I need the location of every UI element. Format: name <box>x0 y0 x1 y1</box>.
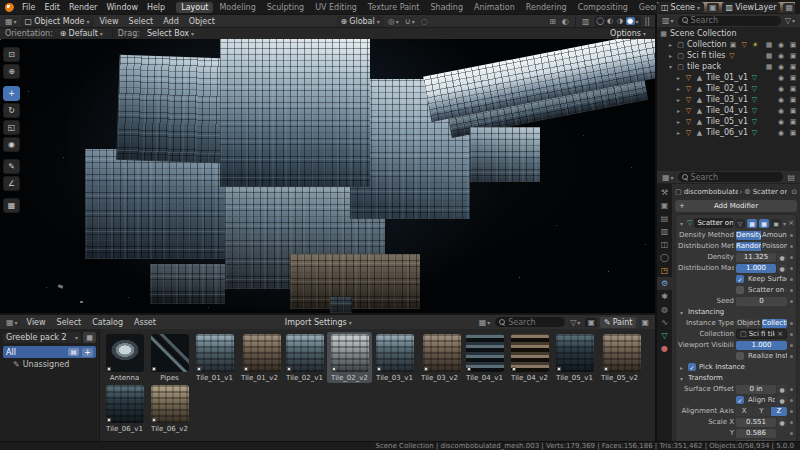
menu-window[interactable]: Window <box>102 3 142 12</box>
gizmos-button[interactable]: ⊞ <box>547 17 558 26</box>
menu-catalog[interactable]: Catalog <box>88 318 127 327</box>
tab-output[interactable]: ▤ <box>657 212 672 225</box>
distribution-mask-slider[interactable]: 1.000 <box>736 264 776 273</box>
view-layer-selector[interactable]: ▥ ViewLayer <box>722 2 781 13</box>
scale-y-field[interactable]: 0.586 <box>736 429 776 438</box>
catalog-all[interactable]: All ▤ + <box>3 346 96 358</box>
seed-field[interactable]: 0 <box>736 297 787 306</box>
tab-texture-paint[interactable]: Texture Paint <box>363 2 425 13</box>
menu-select[interactable]: Select <box>125 17 158 26</box>
scale-z-field[interactable]: 0.800 <box>736 440 776 442</box>
pause-button[interactable]: || <box>643 17 652 26</box>
add-catalog-button[interactable]: + <box>82 348 93 357</box>
asset-item[interactable]: Antenna <box>102 332 147 383</box>
animate-dot[interactable] <box>789 289 794 292</box>
animate-dot[interactable] <box>789 278 794 281</box>
outliner-display-mode-button[interactable]: ▥▾ <box>660 16 676 25</box>
expand-icon[interactable]: ▸ <box>667 41 674 48</box>
outliner-row-sci-fi-tiles[interactable]: ▸ ▢ Sci fi tiles ▽ ▦ ◉ ▣ <box>659 50 798 61</box>
scene-selector[interactable]: ◫ Scene ▾ <box>657 2 704 13</box>
outliner-row-tile[interactable]: ▸ ▽ ▲ Tile_05_v1 ▽ ◉ ▣ <box>659 116 798 127</box>
render-visibility-icon[interactable]: ▣ <box>788 118 798 126</box>
surface-offset-field[interactable]: 0 in <box>736 385 776 394</box>
options-dropdown[interactable]: Options ▾ <box>606 28 650 39</box>
asset-item[interactable]: Tile_06_v2 <box>147 383 192 434</box>
animate-dot[interactable] <box>789 245 794 248</box>
close-icon[interactable]: × <box>777 330 783 338</box>
asset-thumbnail[interactable] <box>423 334 461 372</box>
overlays-button[interactable]: ◐ <box>560 17 571 26</box>
chevron-down-icon[interactable]: ▾ <box>783 220 786 227</box>
exclude-checkbox[interactable]: ▦ <box>764 41 774 49</box>
render-visibility-icon[interactable]: ▣ <box>788 63 798 71</box>
cursor-tool[interactable]: ⊕ <box>3 64 20 79</box>
expand-icon[interactable]: ▸ <box>678 364 685 371</box>
hide-eye-icon[interactable]: ◉ <box>776 107 786 115</box>
pick-instance-section-header[interactable]: ▸ ✓ Pick Instance <box>678 362 794 372</box>
library-dropdown[interactable]: Greeble pack 2 ▾ <box>3 332 81 343</box>
animate-dot[interactable] <box>789 410 794 413</box>
density-slider[interactable]: 11.325 <box>736 253 776 262</box>
shading-material-button[interactable]: ◑ <box>616 17 625 25</box>
properties-search-input[interactable] <box>691 173 780 182</box>
filter-button[interactable]: ▽▾ <box>568 318 582 327</box>
tab-shading[interactable]: Shading <box>425 2 468 13</box>
render-visibility-icon[interactable]: ▣ <box>788 52 798 60</box>
shading-rendered-button[interactable]: ● <box>626 17 635 25</box>
hide-eye-icon[interactable]: ◉ <box>776 41 786 49</box>
exclude-checkbox[interactable]: ▦ <box>764 52 774 60</box>
expand-icon[interactable]: ▸ <box>675 107 682 114</box>
xray-button[interactable]: ▥ <box>580 17 592 26</box>
keyframe-icon[interactable]: ● <box>777 396 787 405</box>
collection-field[interactable]: ▢ Sci fi tiles × <box>736 329 787 339</box>
animate-dot[interactable] <box>789 267 794 270</box>
collapse-icon[interactable]: ▾ <box>678 220 685 227</box>
asset-item[interactable]: Tile_05_v1 <box>552 332 597 383</box>
asset-thumbnail[interactable] <box>243 334 281 372</box>
expand-icon[interactable]: ▸ <box>675 85 682 92</box>
asset-search[interactable] <box>495 317 565 327</box>
properties-search[interactable] <box>678 172 784 182</box>
hide-eye-icon[interactable]: ◉ <box>776 85 786 93</box>
menu-select[interactable]: Select <box>53 318 86 327</box>
tab-world[interactable]: ◯ <box>657 251 672 264</box>
outliner-row-collection[interactable]: ▸ ▢ Collection ▣ ▽ ☀ ▦ ◉ ▣ <box>659 39 798 50</box>
close-icon[interactable]: × <box>788 219 794 227</box>
asset-item[interactable]: Tile_05_v2 <box>597 332 642 383</box>
tab-constraints[interactable]: ∿ <box>657 316 672 329</box>
outliner-row-tile[interactable]: ▸ ▽ ▲ Tile_04_v1 ▽ ◉ ▣ <box>659 105 798 116</box>
animate-dot[interactable] <box>789 421 794 424</box>
select-box-tool[interactable]: ⊡ <box>3 47 20 62</box>
properties-options-button[interactable]: ▤ <box>785 173 797 182</box>
asset-thumbnail[interactable] <box>151 385 189 423</box>
measure-tool[interactable]: ∠ <box>3 176 20 191</box>
menu-view[interactable]: View <box>96 17 123 26</box>
paint-button[interactable]: ✎ Paint <box>600 317 637 328</box>
animate-dot[interactable] <box>789 399 794 402</box>
shading-solid-button[interactable]: ◐ <box>606 17 615 25</box>
menu-view[interactable]: View <box>23 318 50 327</box>
expand-icon[interactable]: ▸ <box>675 118 682 125</box>
scatter-on-instances-checkbox[interactable] <box>736 286 744 294</box>
option-x[interactable]: X <box>736 407 752 416</box>
tab-scene[interactable]: ◫ <box>657 238 672 251</box>
tab-view-layer[interactable]: ▥ <box>657 225 672 238</box>
outliner-filter-button[interactable]: ▽▾ <box>783 16 797 25</box>
tab-modeling[interactable]: Modeling <box>214 2 260 13</box>
asset-thumbnail[interactable] <box>196 334 234 372</box>
tab-animation[interactable]: Animation <box>469 2 520 13</box>
menu-edit[interactable]: Edit <box>40 3 64 12</box>
modifier-name-field[interactable]: Scatter on Su... <box>694 218 733 228</box>
keyframe-icon[interactable]: ● <box>777 253 787 262</box>
option-z[interactable]: Z <box>771 407 787 416</box>
orientation-dropdown[interactable]: ⊕ Default ▾ <box>56 28 107 39</box>
menu-help[interactable]: Help <box>143 3 169 12</box>
render-preview-button[interactable]: ▣ <box>585 318 597 327</box>
editor-type-button[interactable]: ▦▾ <box>3 17 19 26</box>
expand-icon[interactable]: ▸ <box>667 52 674 59</box>
drag-mode-dropdown[interactable]: Select Box ▾ <box>143 28 198 39</box>
transform-tool[interactable]: ◉ <box>3 137 20 152</box>
camera-button[interactable]: ▣ <box>639 318 651 327</box>
animate-dot[interactable] <box>789 300 794 303</box>
align-rotation-checkbox[interactable]: ✓ <box>736 396 744 404</box>
